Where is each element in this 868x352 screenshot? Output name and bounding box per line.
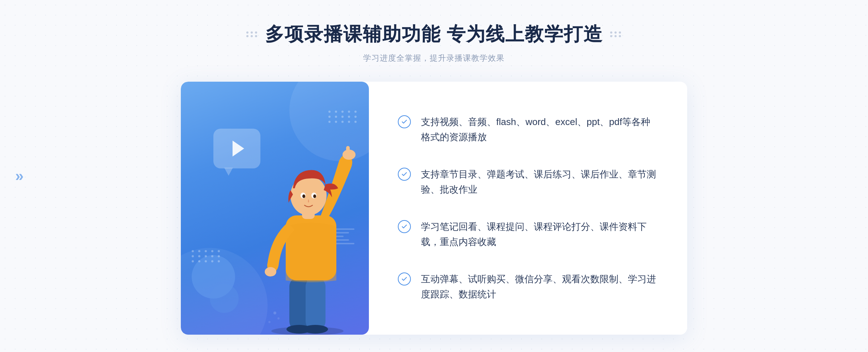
circle-decoration-1 — [192, 255, 235, 299]
feature-item-3: 学习笔记回看、课程提问、课程评论打分、课件资料下载，重点内容收藏 — [398, 219, 658, 249]
dot — [328, 116, 331, 118]
feature-item-2: 支持章节目录、弹题考试、课后练习、课后作业、章节测验、批改作业 — [398, 167, 658, 197]
svg-point-8 — [265, 267, 276, 276]
illustration-panel — [181, 82, 369, 335]
right-decorative-dots — [610, 31, 622, 37]
feature-item-4: 互动弹幕、试听购买、微信分享、观看次数限制、学习进度跟踪、数据统计 — [398, 272, 658, 302]
dot — [328, 121, 331, 123]
dot — [354, 111, 357, 113]
dot — [246, 35, 248, 37]
dot — [205, 250, 207, 252]
dot — [255, 31, 257, 34]
svg-rect-2 — [306, 277, 326, 331]
dot — [198, 250, 200, 252]
title-row: 多项录播课辅助功能 专为线上教学打造 — [246, 22, 622, 47]
left-decorative-dots — [246, 31, 258, 37]
page-title: 多项录播课辅助功能 专为线上教学打造 — [265, 22, 603, 47]
left-chevron-decoration: » — [15, 167, 24, 185]
dot — [335, 111, 337, 113]
dot — [205, 255, 207, 257]
dot — [354, 116, 357, 118]
svg-point-4 — [303, 325, 328, 334]
feature-text-1: 支持视频、音频、flash、word、excel、ppt、pdf等各种格式的资源… — [421, 115, 658, 145]
dot — [255, 35, 257, 37]
dot — [192, 260, 194, 262]
dot — [192, 255, 194, 257]
check-icon-2 — [398, 168, 411, 181]
dot — [619, 35, 621, 37]
dot — [341, 111, 344, 113]
dot — [348, 111, 350, 113]
dot — [192, 250, 194, 252]
chevron-right-icon: » — [15, 167, 24, 184]
dot — [218, 250, 220, 252]
svg-point-15 — [273, 312, 276, 314]
page-subtitle: 学习进度全掌握，提升录播课教学效果 — [246, 53, 622, 64]
dot — [354, 121, 357, 123]
page-container: 多项录播课辅助功能 专为线上教学打造 学习进度全掌握，提升录播课教学效果 » — [0, 0, 868, 352]
dot — [341, 121, 344, 123]
svg-point-13 — [302, 194, 305, 198]
dot — [246, 31, 248, 34]
feature-text-4: 互动弹幕、试听购买、微信分享、观看次数限制、学习进度跟踪、数据统计 — [421, 272, 658, 302]
feature-text-3: 学习笔记回看、课程提问、课程评论打分、课件资料下载，重点内容收藏 — [421, 219, 658, 249]
dots-decoration-mid — [192, 250, 221, 262]
header-section: 多项录播课辅助功能 专为线上教学打造 学习进度全掌握，提升录播课教学效果 — [246, 22, 622, 64]
dot — [614, 31, 617, 34]
dots-decoration-top — [328, 111, 358, 123]
circle-decoration-2 — [210, 284, 239, 313]
dot — [341, 116, 344, 118]
dot — [335, 116, 337, 118]
dot — [328, 111, 331, 113]
check-icon-1 — [398, 115, 411, 128]
dot — [198, 260, 200, 262]
features-panel: 支持视频、音频、flash、word、excel、ppt、pdf等各种格式的资源… — [369, 82, 687, 335]
feature-item-1: 支持视频、音频、flash、word、excel、ppt、pdf等各种格式的资源… — [398, 115, 658, 145]
dot — [348, 121, 350, 123]
check-icon-3 — [398, 220, 411, 233]
dot — [218, 255, 220, 257]
feature-text-2: 支持章节目录、弹题考试、课后练习、课后作业、章节测验、批改作业 — [421, 167, 658, 197]
dot — [205, 260, 207, 262]
dot — [251, 31, 253, 34]
dot — [211, 260, 213, 262]
svg-point-17 — [268, 321, 271, 323]
dot — [218, 260, 220, 262]
svg-point-16 — [277, 317, 280, 319]
dot — [619, 31, 621, 34]
person-illustration — [242, 125, 369, 335]
content-card: 支持视频、音频、flash、word、excel、ppt、pdf等各种格式的资源… — [181, 82, 687, 335]
dot — [211, 250, 213, 252]
dot — [348, 116, 350, 118]
dot — [251, 35, 253, 37]
svg-rect-7 — [346, 146, 350, 156]
dot — [614, 35, 617, 37]
svg-point-14 — [313, 194, 316, 198]
dot — [610, 31, 612, 34]
dot — [211, 255, 213, 257]
dot — [610, 35, 612, 37]
dot — [335, 121, 337, 123]
dot — [198, 255, 200, 257]
check-icon-4 — [398, 272, 411, 286]
